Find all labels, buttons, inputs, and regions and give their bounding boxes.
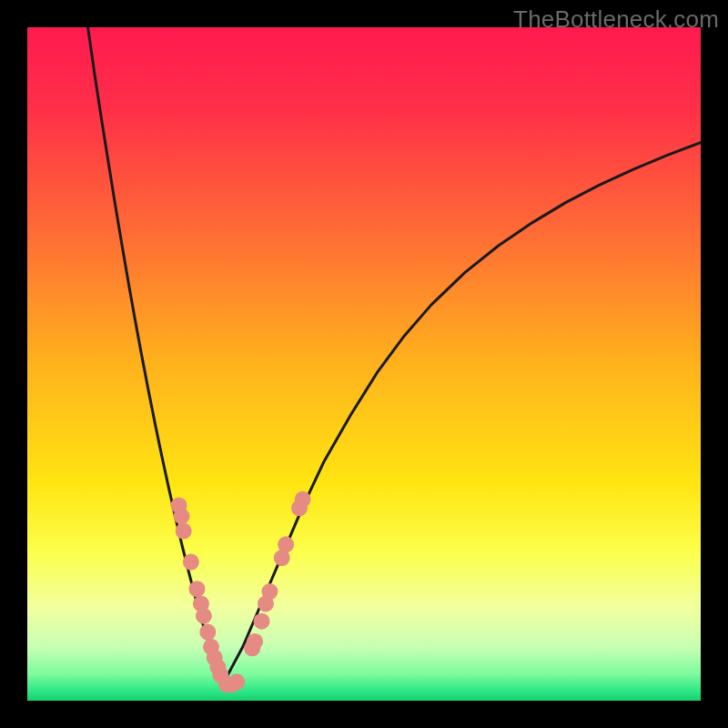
data-marker	[176, 523, 192, 540]
watermark-text: TheBottleneck.com	[513, 5, 719, 34]
data-marker	[199, 624, 216, 641]
data-marker	[183, 554, 199, 571]
data-marker	[173, 508, 189, 524]
data-marker	[254, 613, 270, 630]
data-marker	[295, 491, 311, 508]
data-marker	[188, 581, 205, 597]
plot-area	[27, 27, 701, 701]
data-marker	[196, 608, 212, 624]
data-marker	[228, 673, 245, 690]
curve-right-branch	[223, 143, 701, 685]
data-marker	[247, 633, 263, 650]
curves-layer	[27, 27, 701, 701]
data-marker	[261, 583, 278, 600]
data-marker	[278, 536, 294, 552]
chart-frame: TheBottleneck.com	[0, 0, 728, 728]
